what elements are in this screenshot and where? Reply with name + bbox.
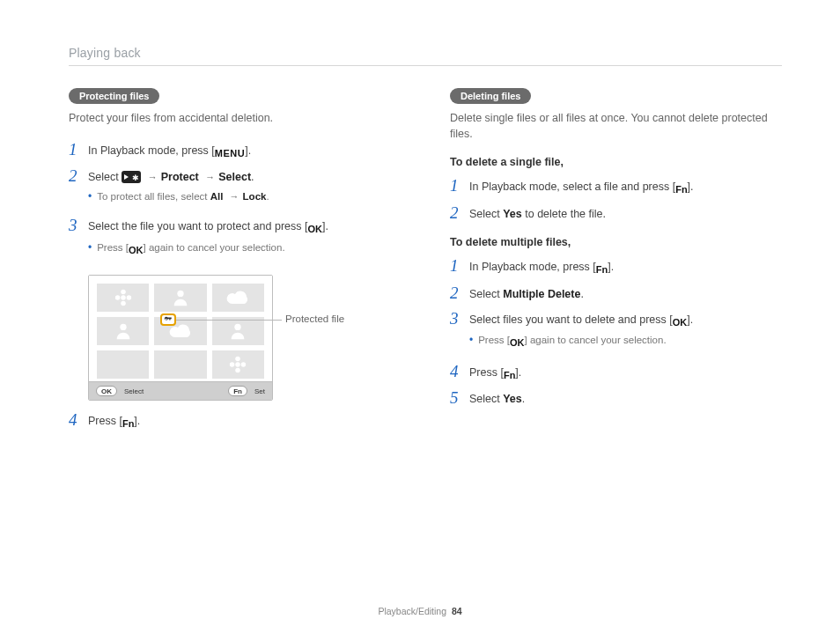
svg-point-2 (121, 301, 126, 306)
svg-point-9 (236, 357, 241, 362)
footer-ok-label: Select (124, 387, 144, 395)
person-icon (170, 288, 191, 307)
section-pill-deleting: Deleting files (450, 88, 531, 104)
svg-point-10 (236, 368, 241, 373)
thumbnail-panel: OK Select Fn Set (88, 275, 273, 401)
bullet-text: To protect all files, select All →Lock. (97, 189, 269, 204)
bullet-dot-icon: • (469, 333, 473, 348)
person-icon (113, 321, 134, 341)
step: 1 In Playback mode, press [MENU]. (69, 141, 401, 161)
ok-icon: OK (510, 335, 525, 350)
bullet-span: ] again to cancel your selection. (525, 335, 667, 345)
bullet-span: Press [ (97, 242, 129, 253)
step: 4 Press [Fn]. (450, 363, 782, 383)
bullet: • Press [OK] again to cancel your select… (469, 333, 693, 350)
bullet-dot-icon: • (88, 189, 92, 204)
ok-icon: OK (129, 243, 144, 258)
sub-bullets: • To protect all files, select All →Lock… (88, 189, 269, 204)
step-body: Select →Protect →Select. • To protect al… (88, 167, 269, 210)
arrow-icon: → (144, 172, 161, 182)
bullet: • To protect all files, select All →Lock… (88, 189, 269, 204)
step-number: 2 (450, 284, 469, 301)
step-text: ]. (688, 181, 694, 193)
key-icon (164, 315, 173, 324)
column-left: Protecting files Protect your files from… (69, 87, 401, 439)
callout-label: Protected file (285, 313, 344, 324)
step-text: ]. (687, 313, 693, 326)
bullet-span: . (266, 191, 269, 202)
step-number: 3 (69, 217, 88, 233)
step-text: Select (469, 393, 503, 405)
arrow-icon: → (202, 172, 218, 182)
step-body: In Playback mode, select a file and pres… (469, 177, 694, 197)
ok-icon: OK (673, 315, 688, 330)
arrow-icon: → (226, 191, 243, 202)
footer-fn-label: Set (254, 387, 265, 395)
flower-icon (114, 288, 133, 307)
protect-marker (160, 313, 176, 326)
step-text: to delete the file. (522, 208, 606, 220)
intro-protecting: Protect your files from accidental delet… (69, 111, 401, 127)
bullet-text: Press [OK] again to cancel your selectio… (478, 333, 666, 350)
step-strong: Yes (503, 393, 522, 405)
step-text: Select the file you want to protect and … (88, 220, 307, 232)
footer-ok-key: OK (96, 386, 117, 396)
step-text: . (580, 288, 583, 300)
thumb-cell (210, 281, 267, 314)
step: 2 Select →Protect →Select. • To protect … (69, 167, 401, 210)
step: 5 Select Yes. (450, 389, 782, 408)
step-text: In Playback mode, select a file and pres… (469, 181, 675, 193)
step-text: ]. (322, 220, 328, 232)
fn-icon: Fn (596, 262, 608, 277)
step-strong: Multiple Delete (503, 288, 580, 300)
step-strong: Yes (503, 208, 522, 220)
step-body: In Playback mode, press [MENU]. (88, 141, 251, 161)
thumb-cell (151, 348, 209, 381)
fn-icon: Fn (122, 417, 134, 431)
video-settings-icon (122, 171, 141, 183)
bullet-dot-icon: • (88, 240, 92, 255)
callout-line (176, 320, 282, 321)
section-pill-protecting: Protecting files (69, 88, 159, 104)
bullet: • Press [OK] again to cancel your select… (88, 240, 328, 258)
thumb-cell (210, 348, 267, 381)
steps-protecting-cont: 4 Press [Fn]. (69, 411, 401, 431)
fn-icon: Fn (504, 368, 515, 383)
person-icon (227, 321, 248, 341)
step-number: 1 (450, 177, 469, 194)
step-number: 2 (450, 204, 469, 221)
content-columns: Protecting files Protect your files from… (69, 87, 782, 439)
column-right: Deleting files Delete single files or al… (450, 87, 782, 439)
step-body: In Playback mode, press [Fn]. (469, 257, 614, 277)
step-text: Select (469, 288, 503, 300)
page-header: Playing back (69, 46, 782, 66)
step-text: . (522, 393, 525, 405)
svg-point-1 (121, 290, 126, 295)
step-text: ]. (134, 415, 140, 427)
svg-point-6 (120, 324, 126, 330)
bullet-span: To protect all files, select (97, 191, 210, 202)
page-footer: Playback/Editing 84 (0, 606, 840, 616)
step: 1 In Playback mode, select a file and pr… (450, 177, 782, 197)
step-body: Select Yes to delete the file. (469, 204, 606, 223)
bullet-strong: All (210, 191, 224, 202)
step-number: 4 (450, 363, 469, 380)
step-strong: Protect (161, 171, 199, 183)
step: 3 Select the file you want to protect an… (69, 217, 401, 262)
steps-delete-single: 1 In Playback mode, select a file and pr… (450, 177, 782, 222)
svg-point-12 (241, 362, 247, 367)
step: 4 Press [Fn]. (69, 411, 401, 431)
svg-point-3 (114, 295, 120, 300)
step-text: Press [ (469, 366, 504, 379)
step-body: Press [Fn]. (469, 363, 521, 383)
step: 2 Select Multiple Delete. (450, 284, 782, 303)
step-body: Press [Fn]. (88, 411, 140, 431)
footer-fn-key: Fn (228, 386, 247, 396)
thumb-cell (94, 281, 151, 314)
step-number: 4 (69, 411, 88, 428)
step: 3 Select files you want to delete and pr… (450, 310, 782, 356)
sub-bullets: • Press [OK] again to cancel your select… (469, 333, 693, 350)
step-number: 1 (69, 141, 88, 158)
step-number: 5 (450, 389, 469, 406)
step-number: 1 (450, 257, 469, 274)
